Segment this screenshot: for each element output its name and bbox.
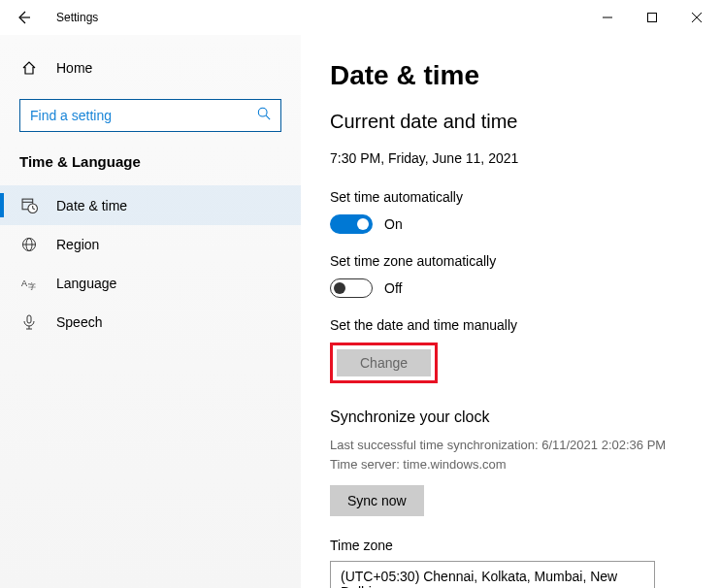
window-title: Settings <box>56 11 98 24</box>
search-box[interactable] <box>19 99 281 132</box>
change-button[interactable]: Change <box>337 349 431 376</box>
timezone-value: (UTC+05:30) Chennai, Kolkata, Mumbai, Ne… <box>341 569 617 588</box>
manual-label: Set the date and time manually <box>330 317 702 333</box>
sync-server: Time server: time.windows.com <box>330 455 702 474</box>
main-panel: Date & time Current date and time 7:30 P… <box>301 35 721 588</box>
set-time-auto-toggle[interactable] <box>330 214 373 234</box>
sidebar-item-label: Region <box>56 237 99 252</box>
set-tz-auto-state: Off <box>384 280 402 296</box>
category-title: Time & Language <box>19 153 281 170</box>
sync-last: Last successful time synchronization: 6/… <box>330 436 702 455</box>
page-title: Date & time <box>330 60 702 91</box>
home-icon <box>19 60 39 76</box>
calendar-clock-icon <box>19 197 39 213</box>
sidebar-item-label: Language <box>56 276 116 291</box>
svg-rect-2 <box>648 14 657 22</box>
search-input[interactable] <box>30 108 257 123</box>
close-button[interactable] <box>674 2 719 33</box>
sidebar-item-label: Date & time <box>56 198 127 213</box>
mic-icon <box>19 314 39 330</box>
set-time-auto-label: Set time automatically <box>330 189 702 205</box>
language-icon: A字 <box>19 276 39 291</box>
svg-line-6 <box>266 115 270 119</box>
titlebar: Settings <box>0 0 721 35</box>
sidebar-item-language[interactable]: A字 Language <box>0 264 301 303</box>
minimize-button[interactable] <box>585 2 630 33</box>
maximize-button[interactable] <box>630 2 674 33</box>
back-button[interactable] <box>2 0 45 35</box>
sidebar-item-label: Speech <box>56 314 102 330</box>
set-tz-auto-toggle[interactable] <box>330 278 373 298</box>
timezone-label: Time zone <box>330 538 702 553</box>
current-datetime: 7:30 PM, Friday, June 11, 2021 <box>330 150 702 166</box>
sync-now-button[interactable]: Sync now <box>330 485 424 516</box>
search-icon <box>257 107 271 124</box>
back-arrow-icon <box>16 10 31 25</box>
sidebar-item-region[interactable]: Region <box>0 225 301 264</box>
sidebar-item-speech[interactable]: Speech <box>0 303 301 342</box>
svg-text:A: A <box>21 278 27 288</box>
sidebar-item-date-time[interactable]: Date & time <box>0 185 301 225</box>
home-label: Home <box>56 60 92 76</box>
svg-point-5 <box>258 108 267 116</box>
set-time-auto-state: On <box>384 216 403 232</box>
svg-text:字: 字 <box>28 282 36 291</box>
sync-heading: Synchronize your clock <box>330 408 702 426</box>
timezone-select[interactable]: (UTC+05:30) Chennai, Kolkata, Mumbai, Ne… <box>330 561 655 588</box>
set-tz-auto-label: Set time zone automatically <box>330 253 702 269</box>
svg-rect-17 <box>27 315 31 323</box>
home-nav[interactable]: Home <box>0 50 301 85</box>
window-controls <box>585 2 719 33</box>
sidebar: Home Time & Language Date & time Region … <box>0 35 301 588</box>
current-heading: Current date and time <box>330 111 702 133</box>
globe-icon <box>19 237 39 252</box>
change-button-highlight: Change <box>330 343 438 383</box>
